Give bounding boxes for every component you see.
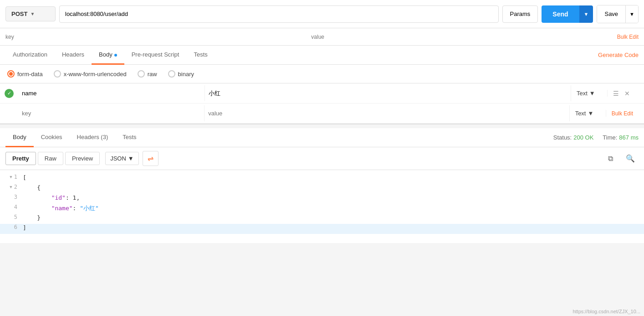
type-chevron-icon: ▼ [589,90,595,97]
form-data-table: ✓ Text ▼ ☰ ✕ Text ▼ Bulk Edit [0,83,644,124]
save-button[interactable]: Save [597,5,625,23]
status-info: Status: 200 OK Time: 867 ms [553,134,639,141]
save-dropdown-button[interactable]: ▼ [625,5,638,23]
checked-icon: ✓ [5,89,14,98]
bulk-edit-right-link[interactable]: Bulk Edit [612,110,639,117]
send-button[interactable]: Send [542,5,579,23]
bulk-edit-link[interactable]: Bulk Edit [617,34,639,40]
urlencoded-option[interactable]: x-www-form-urlencoded [54,70,127,78]
raw-radio[interactable] [138,70,145,78]
tab-body[interactable]: Body [92,46,124,65]
response-tab-headers[interactable]: Headers (3) [70,128,116,147]
body-options-row: form-data x-www-form-urlencoded raw bina… [0,65,644,83]
row-1-checkbox[interactable]: ✓ [0,89,18,98]
raw-option[interactable]: raw [138,70,157,78]
copy-icon[interactable]: ⧉ [604,153,617,165]
status-value: 200 OK [573,134,593,141]
response-tab-tests[interactable]: Tests [115,128,143,147]
code-line-1: ▼ 1 [ [0,174,644,184]
code-line-3: 3 "id": 1, [0,194,644,204]
fold-arrow-1[interactable]: ▼ [10,175,12,179]
response-tab-cookies[interactable]: Cookies [34,128,70,147]
generate-code-link[interactable]: Generate Code [598,52,639,58]
send-button-group: Send ▼ [542,5,593,23]
binary-radio[interactable] [168,70,175,78]
time-value: 867 ms [619,134,639,141]
form-data-radio[interactable] [7,70,15,78]
form-data-row-1: ✓ Text ▼ ☰ ✕ [0,83,644,104]
send-dropdown-button[interactable]: ▼ [579,5,593,23]
method-label: POST [11,10,27,17]
query-key-input[interactable] [5,34,307,40]
request-section: Authorization Headers Body Pre-request S… [0,46,644,124]
type-chevron-icon-2: ▼ [588,110,593,117]
wrap-button[interactable]: ⇌ [143,151,158,166]
close-icon[interactable]: ✕ [624,90,630,97]
pretty-button[interactable]: Pretty [5,152,36,165]
method-chevron-icon: ▼ [30,11,35,16]
code-line-2: ▼ 2 { [0,184,644,194]
form-key-2[interactable] [18,105,204,121]
fold-arrow-2[interactable]: ▼ [10,185,12,189]
response-toolbar: Pretty Raw Preview JSON ▼ ⇌ ⧉ 🔍 [0,147,644,170]
body-dot-indicator [114,54,117,57]
raw-button[interactable]: Raw [38,152,63,165]
menu-icon[interactable]: ☰ [613,90,619,97]
code-line-4: 4 "name": "小红" [0,204,644,214]
request-bar: POST ▼ Params Send ▼ Save ▼ [0,0,644,28]
form-type-1[interactable]: Text ▼ [571,90,608,97]
save-button-group: Save ▼ [597,5,639,23]
params-button[interactable]: Params [502,5,538,23]
tab-authorization[interactable]: Authorization [5,46,55,65]
urlencoded-radio[interactable] [54,70,61,78]
code-line-6: 6 ] [0,224,644,234]
response-code-area: ▼ 1 [ ▼ 2 { 3 "id": 1, 4 [0,170,644,243]
form-data-row-2: Text ▼ Bulk Edit [0,104,644,124]
query-value-input[interactable] [311,34,613,40]
form-key-1[interactable] [18,85,205,101]
request-tabs-row: Authorization Headers Body Pre-request S… [0,46,644,65]
tab-pre-request-script[interactable]: Pre-request Script [124,46,187,65]
status-label: Status: [553,134,572,141]
binary-option[interactable]: binary [168,70,194,78]
preview-button[interactable]: Preview [65,152,100,165]
code-line-5: 5 } [0,214,644,224]
response-tab-body[interactable]: Body [5,128,34,147]
response-section: Body Cookies Headers (3) Tests Status: 2… [0,128,644,243]
search-icon[interactable]: 🔍 [622,152,639,165]
tab-headers[interactable]: Headers [55,46,92,65]
query-params-bar: Bulk Edit [0,28,644,46]
form-value-2[interactable] [204,105,569,121]
format-select[interactable]: JSON ▼ [105,152,139,165]
form-type-2[interactable]: Text ▼ [570,110,606,117]
form-actions-1: ☰ ✕ [608,90,644,97]
response-tabs-row: Body Cookies Headers (3) Tests Status: 2… [0,128,644,147]
url-input[interactable] [59,5,499,23]
time-label: Time: [603,134,617,141]
method-select[interactable]: POST ▼ [5,6,56,21]
format-chevron-icon: ▼ [128,155,134,162]
form-value-1[interactable] [205,85,571,101]
form-actions-2: Bulk Edit [606,110,644,117]
form-data-option[interactable]: form-data [7,70,43,78]
tab-tests[interactable]: Tests [186,46,215,65]
